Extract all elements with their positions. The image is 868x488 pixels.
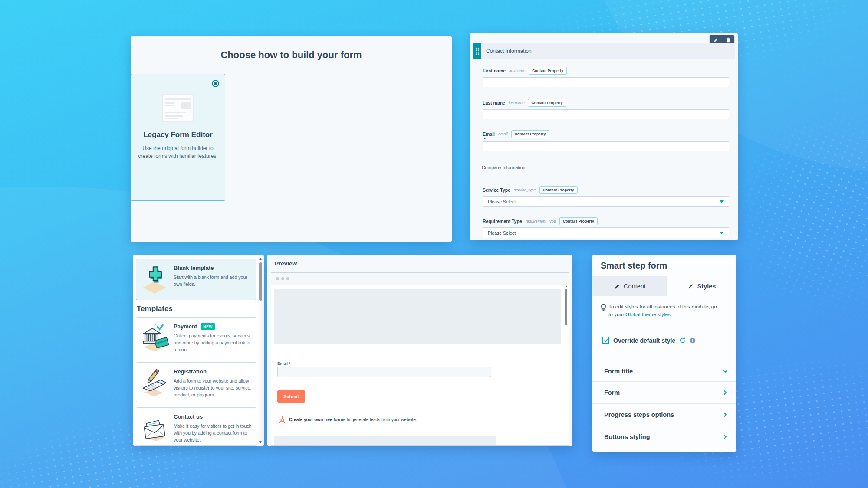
option-title: Legacy Form Editor <box>131 131 225 139</box>
field-internal-name: firstname <box>509 69 525 73</box>
template-title: Payment <box>174 323 197 330</box>
chevron-down-icon <box>720 232 724 234</box>
template-title: Contact us <box>174 413 253 420</box>
scroll-down-arrow-icon[interactable] <box>259 441 262 443</box>
submit-button[interactable]: Submit <box>277 390 305 403</box>
form-module-editor-panel: Contact Information First name firstname… <box>470 33 738 240</box>
contact-us-template-card[interactable]: Contact us Make it easy for visitors to … <box>136 407 256 446</box>
hubspot-sprocket-icon <box>278 416 286 423</box>
radio-selected[interactable] <box>212 80 219 87</box>
scrollbar-thumb[interactable] <box>565 289 567 325</box>
scroll-up-arrow-icon[interactable] <box>259 258 262 260</box>
tab-styles[interactable]: Styles <box>667 276 736 296</box>
field-label: Email <box>483 131 495 137</box>
chevron-right-icon <box>722 412 728 418</box>
field-internal-name: lastname <box>509 101 525 105</box>
choose-form-builder-panel: Choose how to build your form Form Edito… <box>131 36 452 242</box>
override-default-style-row: Override default style <box>602 337 696 344</box>
pencil-icon <box>713 38 718 43</box>
email-input[interactable] <box>277 367 491 377</box>
new-badge: NEW <box>201 323 215 330</box>
section-row-buttons-styling[interactable]: Buttons styling <box>592 426 736 448</box>
info-icon[interactable] <box>690 337 696 344</box>
global-styles-note: To edit styles for all instances of this… <box>608 303 722 319</box>
service-type-label-row: Service Type service_type Contact Proper… <box>483 186 578 194</box>
email-input[interactable] <box>483 141 729 151</box>
option-description: Use the original form builder to create … <box>138 144 218 160</box>
browser-toolbar <box>271 273 569 285</box>
field-label: First name <box>483 68 506 73</box>
blank-template-card[interactable]: Blank template Start with a blank form a… <box>136 259 256 300</box>
contact-property-badge: Contact Property <box>559 217 598 225</box>
pencil-icon <box>614 284 620 289</box>
template-description: Collect payments for events, services an… <box>174 332 253 354</box>
override-style-checkbox[interactable] <box>602 337 609 344</box>
page-title: Choose how to build your form <box>131 36 452 61</box>
footer-text: Create your own free forms to generate l… <box>289 417 417 422</box>
tab-content[interactable]: Content <box>592 276 667 296</box>
chevron-right-icon <box>722 390 728 396</box>
template-title: Blank template <box>174 265 253 271</box>
service-type-select[interactable]: Please Select <box>483 196 729 207</box>
templates-sidebar-panel: Blank template Start with a blank form a… <box>133 255 264 446</box>
content-placeholder-block <box>274 436 496 446</box>
first-name-input[interactable] <box>483 77 729 87</box>
field-label: Last name <box>483 100 505 105</box>
check-icon <box>603 338 608 343</box>
section-row-form-title[interactable]: Form title <box>592 360 736 382</box>
chevron-down-icon <box>720 200 724 203</box>
legacy-form-editor-option-card[interactable]: Legacy Form Editor Use the original form… <box>131 74 225 201</box>
form-preview-panel: Preview Email * Submit <box>267 255 572 446</box>
chevron-down-icon <box>722 368 728 374</box>
settings-tabs: Content Styles <box>592 276 736 296</box>
contact-information-module-header[interactable]: Contact Information <box>473 43 735 59</box>
section-label: Form title <box>604 368 633 375</box>
browser-dot-icon <box>286 277 289 280</box>
contact-property-badge: Contact Property <box>511 130 549 138</box>
hubspot-branding-footer: Create your own free forms to generate l… <box>278 416 417 423</box>
last-name-input[interactable] <box>483 109 729 119</box>
registration-template-card[interactable]: Registration Add a form to your website … <box>136 362 256 402</box>
last-name-label-row: Last name lastname Contact Property <box>483 99 566 107</box>
scrollbar-thumb[interactable] <box>259 262 262 301</box>
section-label: Form <box>604 389 620 396</box>
email-label: Email * <box>277 361 290 366</box>
template-description: Start with a blank form and add your own… <box>174 274 253 288</box>
global-theme-styles-link[interactable]: Global theme styles. <box>625 311 672 318</box>
templates-heading: Templates <box>137 305 173 313</box>
paintbrush-icon <box>688 284 694 289</box>
refresh-icon[interactable] <box>679 337 686 344</box>
template-description: Make it easy for visitors to get in touc… <box>174 422 253 444</box>
create-forms-link[interactable]: Create your own free forms <box>289 417 345 422</box>
module-title: Contact Information <box>486 48 532 54</box>
template-title: Registration <box>174 368 253 375</box>
contact-property-badge: Contact Property <box>539 186 578 194</box>
registration-icon <box>140 367 169 397</box>
legacy-form-editor-thumbnail-icon <box>162 94 194 122</box>
scroll-up-arrow-icon[interactable] <box>566 285 567 287</box>
contact-property-badge: Contact Property <box>529 67 567 75</box>
blank-template-plus-icon <box>140 264 169 295</box>
payment-icon <box>140 322 169 353</box>
section-row-form[interactable]: Form <box>592 381 736 403</box>
select-value: Please Select <box>488 199 516 204</box>
envelope-icon <box>140 412 169 442</box>
tab-label: Content <box>624 283 646 290</box>
trash-icon <box>726 37 730 43</box>
chevron-right-icon <box>722 434 728 440</box>
section-label: Buttons styling <box>604 433 650 440</box>
requirement-type-select[interactable]: Please Select <box>483 227 729 238</box>
required-asterisk: * <box>289 361 290 366</box>
field-internal-name: service_type <box>514 188 536 192</box>
preview-heading: Preview <box>275 260 297 267</box>
drag-handle-icon[interactable] <box>473 43 481 59</box>
module-name-heading: Smart step form <box>601 261 667 271</box>
lightbulb-icon <box>601 304 606 311</box>
browser-mockup: Email * Submit <box>271 272 569 446</box>
desktop-background: Choose how to build your form Form Edito… <box>0 0 868 488</box>
templates-scrollbar[interactable] <box>258 255 263 445</box>
section-row-progress-steps[interactable]: Progress steps options <box>592 403 736 426</box>
payment-template-card[interactable]: Payment NEW Collect payments for events,… <box>136 317 256 357</box>
field-internal-name: requirement_type <box>526 219 556 223</box>
tab-label: Styles <box>697 283 716 290</box>
